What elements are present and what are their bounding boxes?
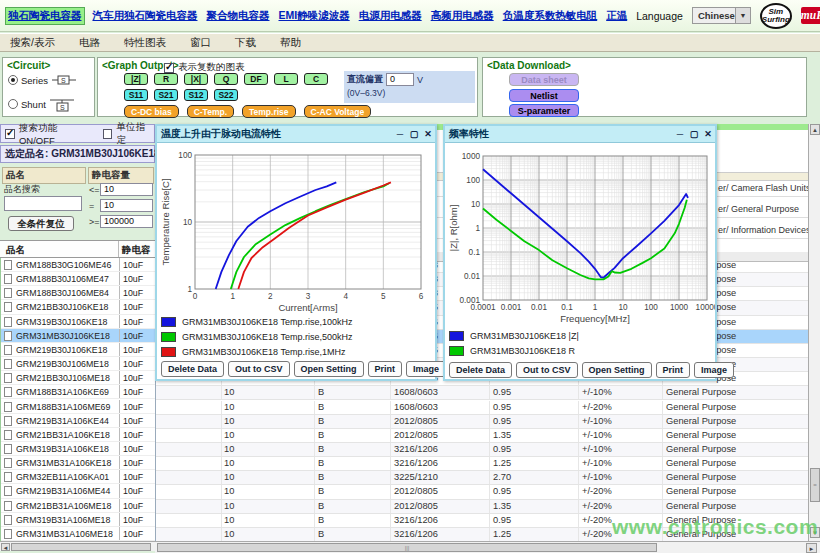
nav-link-3[interactable]: 聚合物电容器	[207, 9, 270, 23]
param-button-X[interactable]: |X|	[184, 73, 208, 85]
param-button-C[interactable]: C	[304, 73, 328, 85]
maximize-icon[interactable]: ▢	[687, 129, 701, 139]
print-button[interactable]: Print	[656, 362, 691, 378]
menu-item-6[interactable]: 帮助	[280, 36, 301, 50]
delete-data-button[interactable]: Delete Data	[161, 361, 224, 377]
param-button-DF[interactable]: DF	[244, 73, 268, 85]
part-list-hscrollbar[interactable]: ◄	[0, 541, 155, 551]
scroll-left-icon[interactable]: ◄	[1, 543, 10, 551]
scroll-up-icon[interactable]: ▲	[810, 124, 820, 135]
print-button[interactable]: Print	[368, 361, 403, 377]
menu-item-2[interactable]: 电路	[79, 36, 100, 50]
chevron-down-icon[interactable]: ▼	[735, 8, 750, 23]
reset-conditions-button[interactable]: 全条件复位	[8, 216, 74, 231]
image-button[interactable]: Image	[406, 361, 446, 377]
part-list-row[interactable]: GRM188B30G106ME4610uF	[1, 258, 156, 272]
part-list-row[interactable]: GRM219B30J106KE1810uF	[1, 343, 156, 357]
menu-item-4[interactable]: 窗口	[190, 36, 211, 50]
part-list-row[interactable]: GRM32EB11A106KA0110uF	[1, 470, 156, 484]
table-row[interactable]: 10B3216/12060.95+/-10%General Purpose	[156, 443, 808, 457]
close-icon[interactable]: ✕	[421, 129, 435, 139]
scroll-right-icon[interactable]: ►	[806, 543, 817, 553]
sparam-button-S21[interactable]: S21	[154, 89, 178, 101]
name-search-input[interactable]	[4, 196, 82, 211]
menu-item-1[interactable]: 搜索/表示	[10, 36, 55, 50]
out-to-csv-button[interactable]: Out to CSV	[516, 362, 578, 378]
application-filter-item[interactable]: er/ Information Devices	[718, 225, 808, 235]
temp-rise-titlebar[interactable]: 温度上升由于脉动电流特性 ─ ▢ ✕	[157, 126, 435, 143]
param-button-Q[interactable]: Q	[214, 73, 238, 85]
part-list-row[interactable]: GRM219B31A106ME4410uF	[1, 484, 156, 498]
part-list-row[interactable]: GRM21BB30J106KE1810uF	[1, 300, 156, 314]
table-row[interactable]: 10B3225/12102.70+/-10%General Purpose	[156, 471, 808, 485]
nav-link-7[interactable]: 负温度系数热敏电阻	[503, 9, 598, 23]
part-list-row[interactable]: GRM188B30J106ME8410uF	[1, 286, 156, 300]
datasheet-button[interactable]: Data sheet	[509, 73, 579, 86]
special-button-c-ac-voltage[interactable]: C-AC Voltage	[304, 105, 372, 118]
minimize-icon[interactable]: ─	[673, 129, 687, 139]
part-list-row[interactable]: GRM31MB31A106KE1810uF	[1, 456, 156, 470]
circuit-series-option[interactable]: Series S	[8, 74, 77, 86]
sparam-button-S22[interactable]: S22	[214, 89, 238, 101]
part-list-hscroll-thumb[interactable]	[11, 543, 151, 551]
part-list-row[interactable]: GRM319B31A106ME1810uF	[1, 513, 156, 527]
dc-bias-input[interactable]: 0	[386, 73, 414, 86]
table-hscrollbar[interactable]: ||| ►	[155, 541, 820, 553]
part-list-row[interactable]: GRM219B30J106ME1810uF	[1, 357, 156, 371]
part-list-row[interactable]: GRM319B30J106KE1810uF	[1, 315, 156, 329]
special-button-c-temp-[interactable]: C-Temp.	[187, 105, 234, 118]
table-row[interactable]: 10B1608/06030.95+/-10%General Purpose	[156, 386, 808, 400]
nav-link-6[interactable]: 高频用电感器	[431, 9, 494, 23]
table-row[interactable]: 10B2012/08051.35+/-10%General Purpose	[156, 429, 808, 443]
netlist-button[interactable]: Netlist	[509, 89, 579, 102]
table-row[interactable]: 10B3216/12061.25+/-10%General Purpose	[156, 457, 808, 471]
sparameter-button[interactable]: S-parameter	[509, 104, 579, 117]
table-vscroll-thumb[interactable]: =	[810, 468, 820, 502]
part-list-row[interactable]: GRM21BB31A106ME1810uF	[1, 499, 156, 513]
part-list-row[interactable]: GRM188B31A106ME6910uF	[1, 400, 156, 414]
shunt-radio[interactable]	[8, 99, 18, 109]
menu-item-5[interactable]: 下载	[235, 36, 256, 50]
table-row[interactable]: 10B2012/08051.35+/-20%General Purpose	[156, 500, 808, 514]
menu-item-3[interactable]: 特性图表	[124, 36, 166, 50]
part-list-row[interactable]: GRM188B31A106KE6910uF	[1, 385, 156, 399]
delete-data-button[interactable]: Delete Data	[449, 362, 512, 378]
part-list-row[interactable]: GRM188B30J106ME4710uF	[1, 272, 156, 286]
cap-filter-input-1[interactable]: 10	[100, 183, 153, 196]
nav-link-4[interactable]: EMI静噪滤波器	[279, 9, 350, 23]
search-toggle-checkbox[interactable]	[5, 129, 15, 139]
language-select[interactable]: Chinese ▼	[692, 7, 751, 24]
frequency-titlebar[interactable]: 频率特性 ─ ▢ ✕	[445, 126, 715, 143]
out-to-csv-button[interactable]: Out to CSV	[228, 361, 290, 377]
sparam-button-S11[interactable]: S11	[124, 89, 148, 101]
nav-link-2[interactable]: 汽车用独石陶瓷电容器	[93, 9, 198, 23]
close-icon[interactable]: ✕	[701, 129, 715, 139]
application-filter-item[interactable]: er/ General Purpose	[718, 204, 799, 214]
part-list-row[interactable]: GRM31MB30J106KE1810uF	[1, 329, 156, 343]
part-list-row[interactable]: GRM21BB31A106KE1810uF	[1, 428, 156, 442]
nav-link-1[interactable]: 独石陶瓷电容器	[6, 8, 84, 24]
application-filter-item[interactable]: er/ Camera Flash Units	[718, 183, 808, 193]
param-button-R[interactable]: R	[154, 73, 178, 85]
open-setting-button[interactable]: Open Setting	[582, 362, 652, 378]
cap-filter-input-2[interactable]: 10	[100, 199, 153, 212]
table-row[interactable]: 10B1608/06030.95+/-20%General Purpose	[156, 401, 808, 415]
cap-filter-input-3[interactable]: 100000	[100, 215, 153, 228]
special-button-c-dc-bias[interactable]: C-DC bias	[124, 105, 179, 118]
circuit-shunt-option[interactable]: Shunt S	[8, 96, 75, 112]
param-button-L[interactable]: L	[274, 73, 298, 85]
part-list-row[interactable]: GRM21BB30J106ME1810uF	[1, 371, 156, 385]
multi-graph-checkbox[interactable]	[164, 63, 174, 73]
special-button-temp-rise[interactable]: Temp.rise	[242, 105, 296, 118]
part-list-row[interactable]: GRM319B31A106KE1810uF	[1, 442, 156, 456]
part-list-row[interactable]: GRM219B31A106KE4410uF	[1, 414, 156, 428]
sparam-button-S12[interactable]: S12	[184, 89, 208, 101]
table-vscrollbar[interactable]: ▲ = ▼	[808, 124, 820, 541]
unit-checkbox[interactable]	[103, 129, 113, 139]
part-list-row[interactable]: GRM31MB31A106ME1810uF	[1, 527, 156, 541]
minimize-icon[interactable]: ─	[393, 129, 407, 139]
nav-link-5[interactable]: 电源用电感器	[359, 9, 422, 23]
table-hscroll-thumb[interactable]: |||	[157, 543, 657, 552]
param-button-Z[interactable]: |Z|	[124, 73, 148, 85]
open-setting-button[interactable]: Open Setting	[294, 361, 364, 377]
